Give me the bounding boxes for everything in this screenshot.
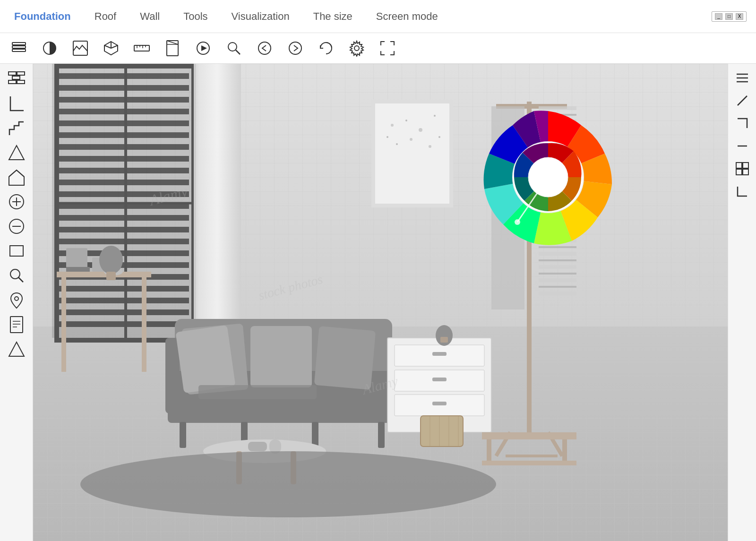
multiview-icon[interactable] xyxy=(733,159,752,178)
menu-item-roof[interactable]: Roof xyxy=(90,8,121,25)
svg-point-21 xyxy=(258,42,271,54)
document-tool[interactable] xyxy=(6,314,27,335)
color-wheel[interactable] xyxy=(472,102,624,253)
svg-rect-36 xyxy=(10,246,23,256)
svg-rect-74 xyxy=(142,277,146,372)
svg-rect-67 xyxy=(59,309,189,315)
close-button[interactable]: X xyxy=(736,13,743,20)
svg-point-112 xyxy=(391,124,394,127)
svg-rect-155 xyxy=(539,273,576,275)
back-tool[interactable] xyxy=(255,39,274,58)
add-tool[interactable] xyxy=(6,191,27,212)
ruler-tool[interactable] xyxy=(132,39,151,58)
svg-point-117 xyxy=(396,143,398,145)
forward-tool[interactable] xyxy=(286,39,305,58)
dash-icon[interactable] xyxy=(733,137,752,155)
svg-point-120 xyxy=(438,136,440,138)
cursor-tool[interactable] xyxy=(194,39,213,58)
svg-rect-90 xyxy=(175,325,235,393)
room-scene: Alamy stock photos Alamy xyxy=(33,64,728,541)
svg-rect-176 xyxy=(736,163,742,168)
svg-rect-122 xyxy=(440,337,448,343)
cube-tool[interactable] xyxy=(102,39,120,58)
svg-rect-40 xyxy=(10,317,23,333)
svg-rect-79 xyxy=(106,272,116,280)
menu-item-tools[interactable]: Tools xyxy=(179,8,212,25)
svg-point-23 xyxy=(354,46,359,51)
svg-rect-83 xyxy=(165,338,180,413)
search-tool[interactable] xyxy=(224,39,243,58)
svg-rect-49 xyxy=(59,97,189,103)
svg-point-114 xyxy=(419,128,422,132)
svg-text:stock photos: stock photos xyxy=(257,272,325,303)
l-shape-tool[interactable] xyxy=(6,93,27,114)
svg-rect-88 xyxy=(378,422,385,448)
menu-item-screen-mode[interactable]: Screen mode xyxy=(371,8,443,25)
svg-rect-50 xyxy=(59,109,189,114)
svg-point-19 xyxy=(228,43,237,51)
layers-tool[interactable] xyxy=(9,39,28,58)
svg-rect-80 xyxy=(66,267,90,272)
svg-marker-44 xyxy=(9,342,24,356)
page-tool[interactable] xyxy=(163,39,182,58)
maximize-button[interactable]: □ xyxy=(725,13,733,20)
svg-rect-97 xyxy=(248,442,267,451)
svg-rect-47 xyxy=(59,73,189,79)
svg-marker-30 xyxy=(9,170,24,185)
svg-rect-60 xyxy=(59,227,189,232)
fullscreen-tool[interactable] xyxy=(378,39,397,58)
svg-marker-29 xyxy=(9,146,24,160)
svg-rect-56 xyxy=(59,180,189,185)
svg-rect-27 xyxy=(9,80,16,84)
house-tool[interactable] xyxy=(6,167,27,188)
zoom-tool[interactable] xyxy=(6,265,27,286)
svg-rect-106 xyxy=(421,416,463,447)
svg-rect-54 xyxy=(59,156,189,162)
svg-rect-9 xyxy=(134,45,149,51)
svg-rect-156 xyxy=(539,278,576,282)
location-tool[interactable] xyxy=(6,290,27,310)
svg-rect-160 xyxy=(487,439,491,463)
settings-tool[interactable] xyxy=(347,39,366,58)
menu-item-visualization[interactable]: Visualization xyxy=(227,8,294,25)
svg-marker-18 xyxy=(201,45,207,51)
menu-item-the-size[interactable]: The size xyxy=(309,8,357,25)
wall-blocks-tool[interactable] xyxy=(6,69,27,89)
svg-rect-91 xyxy=(250,326,312,387)
svg-point-121 xyxy=(436,325,453,346)
svg-point-119 xyxy=(387,136,388,138)
svg-rect-61 xyxy=(59,239,189,244)
triangle-tool[interactable] xyxy=(6,142,27,163)
menu-item-foundation[interactable]: Foundation xyxy=(9,8,76,25)
svg-line-38 xyxy=(18,277,23,282)
minimize-button[interactable]: _ xyxy=(715,13,722,20)
svg-rect-65 xyxy=(59,286,189,292)
svg-rect-104 xyxy=(432,378,447,381)
svg-point-116 xyxy=(410,138,412,141)
contrast-tool[interactable] xyxy=(40,39,59,58)
svg-rect-14 xyxy=(167,41,178,56)
canvas-area[interactable]: Alamy stock photos Alamy xyxy=(33,64,728,541)
corner-bracket-icon[interactable] xyxy=(733,114,752,133)
menu-item-wall[interactable]: Wall xyxy=(135,8,164,25)
svg-point-113 xyxy=(405,120,407,121)
corner-bracket-bl-icon[interactable] xyxy=(733,182,752,201)
menu-bar: Foundation Roof Wall Tools Visualization… xyxy=(0,0,756,33)
triangle-warning-tool[interactable] xyxy=(6,339,27,360)
refresh-tool[interactable] xyxy=(317,39,335,58)
svg-rect-177 xyxy=(743,163,748,168)
staircase-tool[interactable] xyxy=(6,118,27,138)
svg-rect-68 xyxy=(59,321,189,327)
hamburger-menu-icon[interactable] xyxy=(733,69,752,87)
diagonal-up-icon[interactable] xyxy=(733,91,752,110)
rectangle-tool[interactable] xyxy=(6,240,27,261)
color-wheel-svg xyxy=(472,102,624,253)
svg-rect-162 xyxy=(482,461,576,465)
subtract-tool[interactable] xyxy=(6,216,27,237)
svg-rect-52 xyxy=(59,132,189,138)
window-controls: _ □ X xyxy=(712,11,747,22)
svg-rect-71 xyxy=(194,64,241,357)
svg-rect-53 xyxy=(59,144,189,150)
svg-rect-154 xyxy=(539,265,576,269)
landscape-tool[interactable] xyxy=(71,39,90,58)
